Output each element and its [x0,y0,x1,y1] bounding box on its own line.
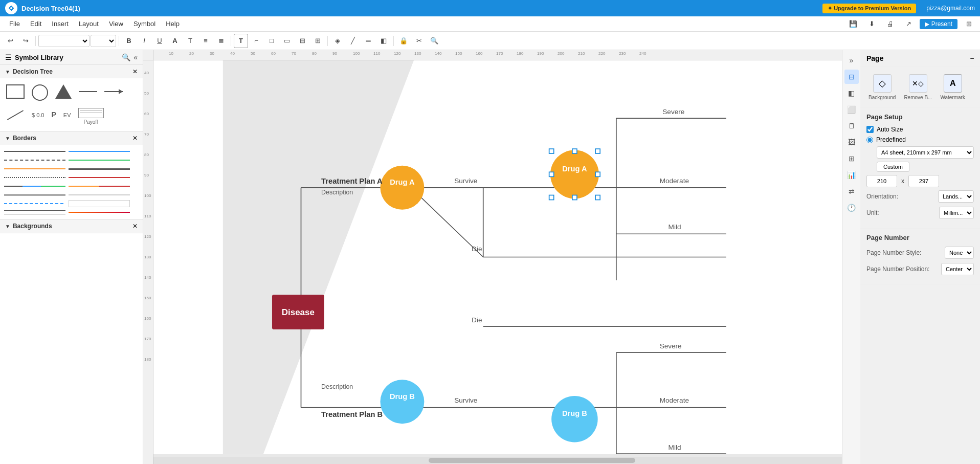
redo-button[interactable]: ↪ [18,34,33,48]
shape-align-button[interactable]: ⊟ [295,34,309,48]
download-icon[interactable]: ⬇ [864,17,879,31]
underline-button[interactable]: U [152,34,167,48]
shape-triangle[interactable] [53,82,74,103]
border-dash-blue[interactable] [4,200,65,207]
font-size-select[interactable] [91,35,116,47]
line-style-button[interactable]: ╱ [346,34,360,48]
backgrounds-header[interactable]: ▼ Backgrounds ✕ [0,219,143,233]
decision-tree-header[interactable]: ▼ Decision Tree ✕ [0,65,143,78]
shapes-panel-button[interactable]: ⬜ [844,102,859,117]
border-orange-red[interactable] [69,209,130,216]
border-dotted[interactable] [4,174,65,181]
italic-button[interactable]: I [137,34,151,48]
shape-format-button[interactable]: ◧ [376,34,391,48]
close-bg-button[interactable]: ✕ [132,223,138,230]
upgrade-button[interactable]: ✦ Upgrade to Premium Version [822,4,916,13]
text-box-button[interactable]: T [234,34,248,48]
predefined-select[interactable]: A4 sheet, 210mm x 297 mm A3 sheet Letter [877,146,974,159]
watermark-button[interactable]: A Watermark [937,71,968,103]
menu-insert[interactable]: Insert [47,18,74,30]
text-align-left[interactable]: ≡ [198,34,213,48]
shape-dist-button[interactable]: ⊞ [310,34,325,48]
page-number-position-select[interactable]: Center Left Right [941,263,974,275]
border-mixed-2[interactable] [69,183,130,190]
save-icon[interactable]: 💾 [846,17,860,31]
border-thick-dark[interactable] [69,165,130,172]
shape-arrow[interactable] [102,82,125,103]
diagram-panel-button[interactable]: ⊞ [844,151,859,166]
image-panel-button[interactable]: 🖼 [844,135,859,149]
grid-icon[interactable]: ⊞ [962,17,976,31]
search-symbols-button[interactable]: 🔍 [122,53,130,61]
font-family-select[interactable] [38,35,90,47]
connection-panel-button[interactable]: ⇄ [844,184,859,198]
drug-a-left-node[interactable] [380,166,424,210]
close-section-button[interactable]: ✕ [132,68,138,75]
horizontal-scrollbar[interactable] [153,457,842,464]
lock-button[interactable]: 🔒 [396,34,411,48]
border-red[interactable] [69,174,130,181]
shape-probability[interactable]: P [49,106,58,127]
connection-button[interactable]: ⌐ [249,34,263,48]
border-white-box[interactable] [69,200,130,207]
close-borders-button[interactable]: ✕ [132,135,138,142]
border-green[interactable] [69,157,130,164]
page-properties-button[interactable]: ⊟ [844,70,859,84]
print-icon[interactable]: 🖨 [883,17,897,31]
border-thick-gray[interactable] [4,191,65,198]
drug-b-right-node[interactable] [551,396,597,442]
data-panel-button[interactable]: 🗒 [844,119,859,133]
expand-panel-button[interactable]: » [844,53,859,68]
unit-select[interactable]: Millim... Inches Pixels [939,207,974,219]
menu-help[interactable]: Help [161,18,185,30]
border-mixed-1[interactable] [4,183,65,190]
border-blue[interactable] [69,148,130,155]
menu-view[interactable]: View [104,18,128,30]
menu-layout[interactable]: Layout [74,18,104,30]
cut-button[interactable]: ✂ [412,34,426,48]
menu-file[interactable]: File [4,18,25,30]
border-solid-dark[interactable] [4,148,65,155]
share-icon[interactable]: ↗ [901,17,916,31]
present-button[interactable]: ▶ Present [920,19,957,29]
drug-a-right-node[interactable] [550,150,599,198]
page-number-style-select[interactable]: None 1,2,3 i,ii,iii [945,247,974,259]
diagram-canvas[interactable]: Disease Drug A Drug A Drug B [153,60,842,454]
find-button[interactable]: 🔍 [427,34,441,48]
shape-rect-button[interactable]: □ [264,34,279,48]
canvas-area[interactable]: 10 20 30 40 50 60 70 80 90 100 110 120 1… [143,50,842,464]
history-panel-button[interactable]: 🕐 [844,201,859,215]
bold-button[interactable]: B [122,34,136,48]
chart-panel-button[interactable]: 📊 [844,168,859,182]
scrollbar-thumb[interactable] [429,458,635,463]
shape-line[interactable] [77,82,99,103]
border-double[interactable] [4,209,65,216]
undo-button[interactable]: ↩ [3,34,17,48]
shape-ev[interactable]: EV [61,106,73,127]
orientation-select[interactable]: Lands... Portrait [938,190,974,203]
fill-button[interactable]: ◈ [330,34,345,48]
layers-button[interactable]: ◧ [844,86,859,100]
shape-dollar[interactable]: $ 0.0 [30,106,46,127]
line-weight-button[interactable]: ═ [361,34,375,48]
drug-b-left-node[interactable] [380,380,424,424]
custom-button[interactable]: Custom [877,162,909,172]
borders-header[interactable]: ▼ Borders ✕ [0,131,143,145]
collapse-sidebar-button[interactable]: « [133,53,138,61]
predefined-radio[interactable] [866,137,873,143]
menu-symbol[interactable]: Symbol [128,18,161,30]
text-align-button[interactable]: ≣ [214,34,228,48]
text-style-button[interactable]: T [183,34,197,48]
menu-edit[interactable]: Edit [25,18,47,30]
shape-rounded-button[interactable]: ▭ [280,34,294,48]
shape-rectangle[interactable] [4,82,27,103]
background-button[interactable]: ◇ Background [865,71,899,103]
close-right-panel-button[interactable]: – [970,55,974,62]
height-input[interactable] [908,175,939,187]
width-input[interactable] [866,175,897,187]
remove-background-button[interactable]: ✕◇ Remove B... [901,71,935,103]
shape-diagonal[interactable] [4,106,27,127]
shape-circle[interactable] [30,82,50,103]
font-color-button[interactable]: A [168,34,182,48]
shape-payoff[interactable]: Payoff [76,106,106,127]
